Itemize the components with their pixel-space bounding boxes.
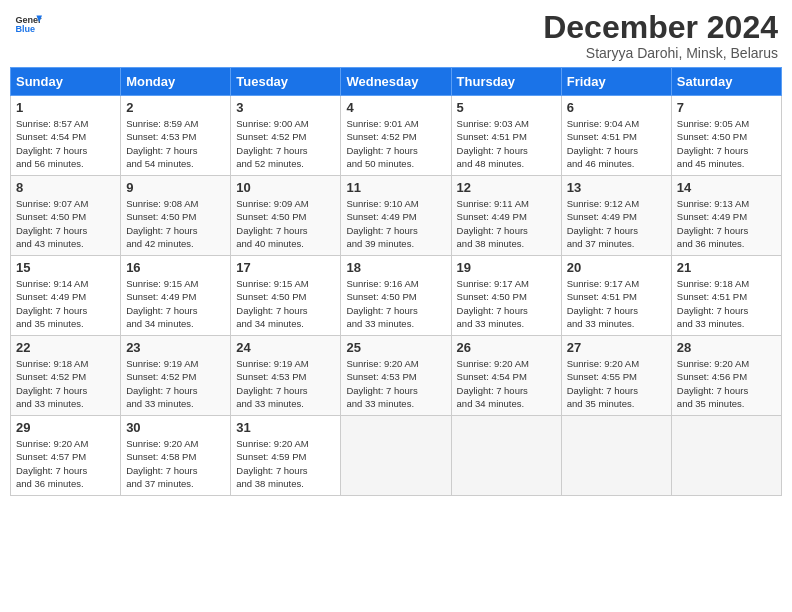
logo: General Blue [14,10,42,38]
day-cell [341,416,451,496]
day-number: 21 [677,260,776,275]
day-cell: 27Sunrise: 9:20 AM Sunset: 4:55 PM Dayli… [561,336,671,416]
day-info: Sunrise: 9:20 AM Sunset: 4:54 PM Dayligh… [457,357,556,410]
day-number: 18 [346,260,445,275]
calendar-header: SundayMondayTuesdayWednesdayThursdayFrid… [11,68,782,96]
day-cell [451,416,561,496]
day-info: Sunrise: 9:01 AM Sunset: 4:52 PM Dayligh… [346,117,445,170]
day-number: 7 [677,100,776,115]
day-number: 27 [567,340,666,355]
calendar-body: 1Sunrise: 8:57 AM Sunset: 4:54 PM Daylig… [11,96,782,496]
day-info: Sunrise: 9:20 AM Sunset: 4:55 PM Dayligh… [567,357,666,410]
page-header: General Blue December 2024 Staryya Daroh… [10,10,782,61]
header-row: SundayMondayTuesdayWednesdayThursdayFrid… [11,68,782,96]
day-info: Sunrise: 9:04 AM Sunset: 4:51 PM Dayligh… [567,117,666,170]
day-cell [671,416,781,496]
header-day-tuesday: Tuesday [231,68,341,96]
svg-text:Blue: Blue [15,24,35,34]
header-day-wednesday: Wednesday [341,68,451,96]
day-number: 5 [457,100,556,115]
day-info: Sunrise: 9:09 AM Sunset: 4:50 PM Dayligh… [236,197,335,250]
week-row-2: 8Sunrise: 9:07 AM Sunset: 4:50 PM Daylig… [11,176,782,256]
day-info: Sunrise: 9:11 AM Sunset: 4:49 PM Dayligh… [457,197,556,250]
day-number: 17 [236,260,335,275]
day-info: Sunrise: 9:07 AM Sunset: 4:50 PM Dayligh… [16,197,115,250]
day-info: Sunrise: 9:15 AM Sunset: 4:50 PM Dayligh… [236,277,335,330]
calendar-table: SundayMondayTuesdayWednesdayThursdayFrid… [10,67,782,496]
day-number: 28 [677,340,776,355]
day-number: 2 [126,100,225,115]
day-info: Sunrise: 9:20 AM Sunset: 4:59 PM Dayligh… [236,437,335,490]
day-cell [561,416,671,496]
day-info: Sunrise: 9:12 AM Sunset: 4:49 PM Dayligh… [567,197,666,250]
day-cell: 22Sunrise: 9:18 AM Sunset: 4:52 PM Dayli… [11,336,121,416]
header-day-friday: Friday [561,68,671,96]
day-cell: 20Sunrise: 9:17 AM Sunset: 4:51 PM Dayli… [561,256,671,336]
day-info: Sunrise: 9:17 AM Sunset: 4:50 PM Dayligh… [457,277,556,330]
day-cell: 12Sunrise: 9:11 AM Sunset: 4:49 PM Dayli… [451,176,561,256]
day-cell: 18Sunrise: 9:16 AM Sunset: 4:50 PM Dayli… [341,256,451,336]
day-number: 26 [457,340,556,355]
day-info: Sunrise: 9:05 AM Sunset: 4:50 PM Dayligh… [677,117,776,170]
day-number: 11 [346,180,445,195]
day-info: Sunrise: 9:20 AM Sunset: 4:56 PM Dayligh… [677,357,776,410]
day-info: Sunrise: 9:16 AM Sunset: 4:50 PM Dayligh… [346,277,445,330]
day-cell: 25Sunrise: 9:20 AM Sunset: 4:53 PM Dayli… [341,336,451,416]
day-info: Sunrise: 8:59 AM Sunset: 4:53 PM Dayligh… [126,117,225,170]
day-cell: 23Sunrise: 9:19 AM Sunset: 4:52 PM Dayli… [121,336,231,416]
week-row-3: 15Sunrise: 9:14 AM Sunset: 4:49 PM Dayli… [11,256,782,336]
day-number: 30 [126,420,225,435]
day-cell: 7Sunrise: 9:05 AM Sunset: 4:50 PM Daylig… [671,96,781,176]
week-row-5: 29Sunrise: 9:20 AM Sunset: 4:57 PM Dayli… [11,416,782,496]
day-number: 31 [236,420,335,435]
day-number: 25 [346,340,445,355]
header-day-sunday: Sunday [11,68,121,96]
day-cell: 8Sunrise: 9:07 AM Sunset: 4:50 PM Daylig… [11,176,121,256]
header-day-saturday: Saturday [671,68,781,96]
day-cell: 10Sunrise: 9:09 AM Sunset: 4:50 PM Dayli… [231,176,341,256]
day-number: 13 [567,180,666,195]
day-cell: 21Sunrise: 9:18 AM Sunset: 4:51 PM Dayli… [671,256,781,336]
day-cell: 26Sunrise: 9:20 AM Sunset: 4:54 PM Dayli… [451,336,561,416]
day-info: Sunrise: 9:19 AM Sunset: 4:53 PM Dayligh… [236,357,335,410]
day-number: 22 [16,340,115,355]
day-number: 8 [16,180,115,195]
week-row-4: 22Sunrise: 9:18 AM Sunset: 4:52 PM Dayli… [11,336,782,416]
day-info: Sunrise: 9:20 AM Sunset: 4:58 PM Dayligh… [126,437,225,490]
day-number: 24 [236,340,335,355]
day-cell: 3Sunrise: 9:00 AM Sunset: 4:52 PM Daylig… [231,96,341,176]
header-day-thursday: Thursday [451,68,561,96]
day-number: 4 [346,100,445,115]
day-cell: 17Sunrise: 9:15 AM Sunset: 4:50 PM Dayli… [231,256,341,336]
day-cell: 14Sunrise: 9:13 AM Sunset: 4:49 PM Dayli… [671,176,781,256]
day-cell: 29Sunrise: 9:20 AM Sunset: 4:57 PM Dayli… [11,416,121,496]
day-info: Sunrise: 9:14 AM Sunset: 4:49 PM Dayligh… [16,277,115,330]
day-number: 19 [457,260,556,275]
day-info: Sunrise: 9:08 AM Sunset: 4:50 PM Dayligh… [126,197,225,250]
day-info: Sunrise: 9:00 AM Sunset: 4:52 PM Dayligh… [236,117,335,170]
day-info: Sunrise: 9:15 AM Sunset: 4:49 PM Dayligh… [126,277,225,330]
day-number: 16 [126,260,225,275]
day-info: Sunrise: 9:18 AM Sunset: 4:52 PM Dayligh… [16,357,115,410]
location-subtitle: Staryya Darohi, Minsk, Belarus [543,45,778,61]
day-number: 3 [236,100,335,115]
day-number: 20 [567,260,666,275]
day-info: Sunrise: 9:20 AM Sunset: 4:57 PM Dayligh… [16,437,115,490]
day-cell: 19Sunrise: 9:17 AM Sunset: 4:50 PM Dayli… [451,256,561,336]
day-number: 1 [16,100,115,115]
day-cell: 2Sunrise: 8:59 AM Sunset: 4:53 PM Daylig… [121,96,231,176]
header-day-monday: Monday [121,68,231,96]
day-cell: 24Sunrise: 9:19 AM Sunset: 4:53 PM Dayli… [231,336,341,416]
day-cell: 5Sunrise: 9:03 AM Sunset: 4:51 PM Daylig… [451,96,561,176]
month-title: December 2024 [543,10,778,45]
day-number: 15 [16,260,115,275]
day-cell: 11Sunrise: 9:10 AM Sunset: 4:49 PM Dayli… [341,176,451,256]
day-info: Sunrise: 8:57 AM Sunset: 4:54 PM Dayligh… [16,117,115,170]
day-number: 14 [677,180,776,195]
day-info: Sunrise: 9:13 AM Sunset: 4:49 PM Dayligh… [677,197,776,250]
day-cell: 9Sunrise: 9:08 AM Sunset: 4:50 PM Daylig… [121,176,231,256]
day-number: 10 [236,180,335,195]
day-info: Sunrise: 9:17 AM Sunset: 4:51 PM Dayligh… [567,277,666,330]
logo-icon: General Blue [14,10,42,38]
day-cell: 31Sunrise: 9:20 AM Sunset: 4:59 PM Dayli… [231,416,341,496]
